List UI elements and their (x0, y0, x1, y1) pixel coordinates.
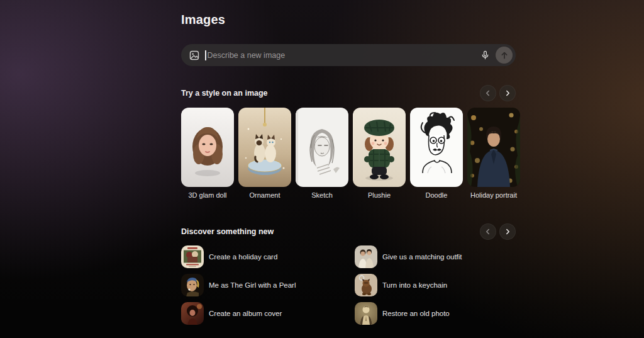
discover-item-label: Me as The Girl with a Pearl (209, 281, 296, 289)
chevron-left-icon (485, 90, 491, 96)
style-card-plushie[interactable]: Plushie (353, 108, 406, 199)
discover-section-header: Discover something new (181, 223, 516, 240)
discover-item-keychain[interactable]: Turn into a keychain (355, 274, 462, 296)
style-section-title: Try a style on an image (181, 89, 268, 98)
style-card-doodle[interactable]: Doodle (410, 108, 463, 199)
discover-item-holiday-card[interactable]: Create a holiday card (181, 245, 355, 268)
style-card-label: Plushie (353, 191, 406, 199)
images-page: Images Try a style on an (0, 0, 644, 338)
sketch-image (296, 108, 348, 187)
chevron-right-icon (504, 90, 511, 96)
discover-item-album-cover[interactable]: Create an album cover (181, 302, 355, 325)
discover-item-label: Create an album cover (209, 310, 282, 317)
doodle-image (410, 108, 463, 187)
chevron-right-icon (504, 228, 511, 235)
matching-outfit-thumbnail (355, 245, 377, 268)
styles-next-button[interactable] (499, 85, 516, 101)
microphone-icon (480, 50, 490, 60)
style-card-label: Holiday portrait (467, 191, 520, 199)
style-card-3d-glam-doll[interactable]: 3D glam doll (181, 108, 234, 199)
discover-column-2: Give us a matching outfit Turn into a (355, 245, 462, 325)
discover-column-1: Create a holiday card Me as The Girl wit… (181, 245, 355, 325)
page-title: Images (181, 13, 225, 27)
plushie-image (353, 108, 406, 187)
discover-item-label: Give us a matching outfit (382, 253, 462, 261)
style-card-sketch[interactable]: Sketch (296, 108, 348, 199)
style-card-ornament[interactable]: Ornament (238, 108, 291, 199)
style-card-holiday-portrait[interactable]: Holiday portrait (467, 108, 520, 199)
microphone-button[interactable] (476, 47, 494, 64)
chevron-left-icon (485, 228, 491, 235)
arrow-up-icon (500, 51, 509, 60)
style-card-label: Doodle (410, 191, 463, 199)
discover-item-label: Restore an old photo (382, 310, 450, 317)
keychain-thumbnail (355, 274, 377, 296)
girl-with-pearl-thumbnail (181, 274, 204, 296)
3d-glam-doll-image (181, 108, 234, 187)
discover-section-title: Discover something new (181, 227, 274, 236)
discover-item-matching-outfit[interactable]: Give us a matching outfit (355, 245, 462, 268)
discover-next-button[interactable] (499, 223, 516, 240)
style-card-label: 3D glam doll (181, 191, 234, 199)
send-button[interactable] (496, 47, 513, 64)
style-card-label: Ornament (238, 191, 291, 199)
discover-item-restore-photo[interactable]: Restore an old photo (355, 302, 462, 325)
ornament-image (238, 108, 291, 187)
prompt-bar[interactable] (181, 44, 516, 66)
discover-item-label: Turn into a keychain (382, 281, 447, 289)
discover-item-label: Create a holiday card (209, 253, 277, 261)
image-icon (189, 50, 199, 60)
prompt-input[interactable] (208, 51, 477, 60)
holiday-portrait-image (467, 108, 520, 187)
style-section-header: Try a style on an image (181, 85, 516, 101)
style-card-label: Sketch (296, 191, 348, 199)
holiday-card-thumbnail (181, 245, 204, 268)
old-photo-thumbnail (355, 302, 377, 325)
text-caret (205, 50, 206, 60)
discover-item-girl-with-pearl[interactable]: Me as The Girl with a Pearl (181, 274, 355, 296)
album-cover-thumbnail (181, 302, 204, 325)
discover-grid: Create a holiday card Me as The Girl wit… (181, 245, 521, 325)
styles-prev-button[interactable] (480, 85, 496, 101)
style-cards-carousel: 3D glam doll (181, 108, 520, 199)
discover-prev-button[interactable] (480, 223, 496, 240)
